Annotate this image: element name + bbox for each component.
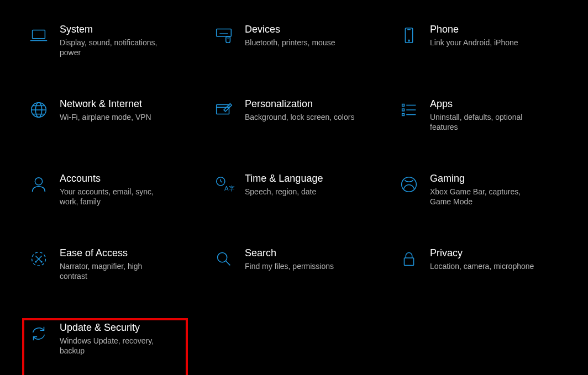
tile-title: Ease of Access bbox=[60, 247, 185, 259]
tile-phone[interactable]: Phone Link your Android, iPhone bbox=[392, 20, 558, 94]
tile-subtitle: Xbox Game Bar, captures, Game Mode bbox=[430, 187, 540, 207]
svg-rect-12 bbox=[405, 28, 412, 43]
tile-subtitle: Uninstall, defaults, optional features bbox=[430, 112, 540, 132]
svg-rect-22 bbox=[402, 104, 405, 107]
svg-rect-23 bbox=[402, 109, 405, 111]
search-icon bbox=[211, 246, 237, 272]
tile-ease-of-access[interactable]: Ease of Access Narrator, magnifier, high… bbox=[22, 244, 188, 318]
globe-icon bbox=[25, 97, 52, 123]
phone-icon bbox=[396, 22, 422, 49]
svg-text:A字: A字 bbox=[224, 185, 234, 192]
tile-devices[interactable]: Devices Bluetooth, printers, mouse bbox=[207, 20, 373, 94]
tile-subtitle: Find my files, permissions bbox=[245, 261, 355, 271]
svg-rect-37 bbox=[404, 258, 413, 265]
svg-line-36 bbox=[226, 261, 230, 266]
tile-search[interactable]: Search Find my files, permissions bbox=[207, 244, 373, 318]
tile-subtitle: Bluetooth, printers, mouse bbox=[245, 38, 355, 47]
tile-subtitle: Your accounts, email, sync, work, family bbox=[60, 187, 170, 207]
tile-subtitle: Speech, region, date bbox=[245, 187, 355, 197]
tile-subtitle: Display, sound, notifications, power bbox=[60, 38, 170, 57]
person-icon bbox=[25, 171, 52, 198]
tile-gaming[interactable]: Gaming Xbox Game Bar, captures, Game Mod… bbox=[392, 169, 558, 244]
tile-title: Update & Security bbox=[60, 321, 185, 334]
laptop-icon bbox=[25, 22, 52, 49]
tile-title: Phone bbox=[430, 23, 555, 35]
tile-title: Gaming bbox=[430, 172, 555, 184]
tile-apps[interactable]: Apps Uninstall, defaults, optional featu… bbox=[392, 94, 558, 169]
tile-subtitle: Location, camera, microphone bbox=[430, 261, 540, 271]
svg-line-31 bbox=[221, 181, 222, 182]
tile-title: Network & Internet bbox=[60, 98, 185, 110]
tile-title: System bbox=[60, 23, 185, 35]
tile-subtitle: Link your Android, iPhone bbox=[430, 38, 540, 47]
tile-update-security[interactable]: Update & Security Windows Update, recove… bbox=[22, 318, 188, 375]
tile-personalization[interactable]: Personalization Background, lock screen,… bbox=[207, 94, 373, 169]
tile-title: Search bbox=[245, 247, 370, 259]
tile-network[interactable]: Network & Internet Wi-Fi, airplane mode,… bbox=[22, 94, 188, 169]
tile-system[interactable]: System Display, sound, notifications, po… bbox=[22, 20, 188, 94]
svg-point-28 bbox=[35, 178, 42, 185]
tile-subtitle: Wi-Fi, airplane mode, VPN bbox=[60, 112, 170, 122]
apps-list-icon bbox=[396, 97, 422, 123]
tile-title: Privacy bbox=[430, 247, 555, 259]
tile-subtitle: Narrator, magnifier, high contrast bbox=[60, 261, 170, 281]
tile-title: Devices bbox=[245, 23, 370, 35]
tile-accounts[interactable]: Accounts Your accounts, email, sync, wor… bbox=[22, 169, 188, 244]
time-language-icon: A字 bbox=[211, 171, 237, 198]
tile-privacy[interactable]: Privacy Location, camera, microphone bbox=[392, 244, 558, 318]
svg-point-14 bbox=[408, 40, 410, 41]
svg-rect-0 bbox=[33, 30, 45, 39]
ease-of-access-icon bbox=[25, 246, 52, 272]
xbox-icon bbox=[396, 171, 422, 198]
svg-rect-24 bbox=[402, 114, 405, 116]
tile-subtitle: Windows Update, recovery, backup bbox=[60, 336, 170, 356]
tile-title: Apps bbox=[430, 98, 555, 110]
svg-point-35 bbox=[218, 253, 227, 262]
svg-rect-2 bbox=[217, 29, 232, 36]
tile-title: Time & Language bbox=[245, 172, 370, 184]
lock-icon bbox=[396, 246, 422, 272]
tile-title: Accounts bbox=[60, 172, 185, 184]
tile-subtitle: Background, lock screen, colors bbox=[245, 112, 355, 122]
tile-time-language[interactable]: A字 Time & Language Speech, region, date bbox=[207, 169, 373, 244]
keyboard-icon bbox=[211, 22, 237, 49]
sync-icon bbox=[25, 320, 52, 347]
tile-title: Personalization bbox=[245, 98, 370, 110]
paint-icon bbox=[211, 97, 237, 123]
settings-category-grid: System Display, sound, notifications, po… bbox=[0, 0, 588, 375]
